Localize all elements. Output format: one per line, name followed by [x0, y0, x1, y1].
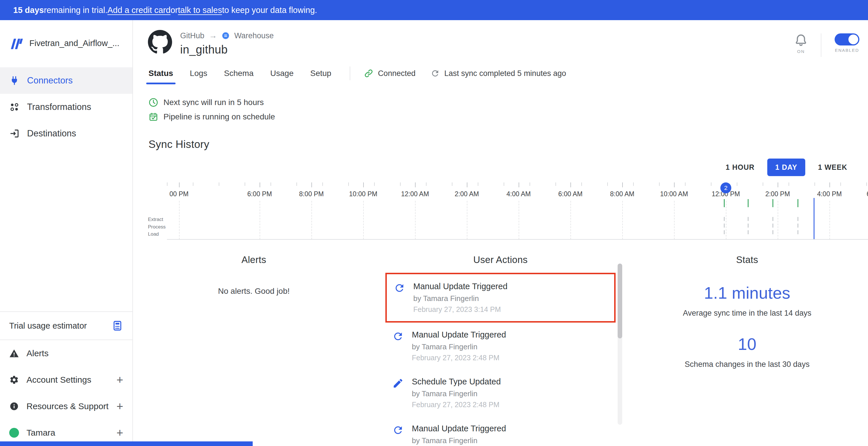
bell-state-label: ON [797, 49, 805, 54]
toggle-knob [848, 35, 858, 44]
bottom-accent-bar [0, 441, 253, 446]
tab-setup[interactable]: Setup [310, 62, 331, 84]
sidebar-item-resources-support[interactable]: Resources & Support + [0, 393, 132, 419]
user-action-item: Schedule Type Updated by Tamara Fingerli… [385, 370, 616, 416]
next-sync-message: Next sync will run in 5 hours [149, 98, 868, 107]
tab-schema[interactable]: Schema [224, 62, 253, 84]
scrollbar-thumb[interactable] [618, 263, 622, 339]
stat-avg-sync-time-caption: Average sync time in the last 14 days [626, 309, 868, 318]
timeline-tick [363, 183, 364, 187]
range-1-hour-button[interactable]: 1 HOUR [717, 159, 763, 176]
connector-title: in_github [180, 43, 274, 56]
timeline-gridline [622, 201, 623, 240]
sidebar-item-destinations[interactable]: Destinations [0, 120, 132, 147]
expand-plus-icon[interactable]: + [117, 401, 123, 412]
timeline-tick-label: 2:00 AM [455, 190, 479, 198]
timeline-tick-label: 00 PM [169, 190, 188, 198]
timeline-tick-label: 8:00 PM [299, 190, 324, 198]
user-action-item: Manual Update Triggered by Tamara Finger… [385, 323, 616, 370]
calculator-icon [112, 320, 123, 331]
timeline-gridline [179, 201, 180, 240]
account-switcher[interactable]: Fivetran_and_Airflow_... [0, 20, 132, 67]
timeline-tick-label: 6:00 PM [247, 190, 272, 198]
range-1-day-button[interactable]: 1 DAY [767, 159, 805, 176]
alerts-column: Alerts No alerts. Good job! [133, 254, 375, 446]
breadcrumb: GitHub → Warehouse [180, 31, 274, 40]
trial-banner: 15 days remaining in trial. Add a credit… [0, 0, 868, 20]
trial-usage-estimator-label: Trial usage estimator [9, 321, 87, 330]
tabs-row: Status Logs Schema Usage Setup Connected… [133, 62, 868, 84]
user-action-item-highlighted: Manual Update Triggered by Tamara Finger… [385, 273, 616, 323]
main-content: GitHub → Warehouse in_github Status Logs… [133, 20, 868, 446]
breadcrumb-source[interactable]: GitHub [180, 31, 204, 40]
timeline-gridline [830, 201, 830, 240]
timeline-gridline [726, 201, 726, 240]
tab-status[interactable]: Status [149, 62, 173, 84]
trial-usage-estimator-button[interactable]: Trial usage estimator [0, 311, 132, 340]
header-right-controls: ON ENABLED [794, 33, 859, 57]
alerts-column-title: Alerts [133, 254, 375, 265]
timeline-tick [622, 183, 623, 187]
refresh-icon [392, 330, 404, 342]
tab-usage[interactable]: Usage [270, 62, 293, 84]
clock-icon [149, 98, 158, 107]
user-action-date: February 27, 2023 2:48 PM [412, 354, 506, 362]
timeline-gridline [467, 201, 467, 240]
sync-cluster-badge[interactable]: 2 [720, 183, 731, 193]
last-sync-status: Last sync completed 5 minutes ago [431, 69, 566, 78]
sidebar-item-alerts[interactable]: Alerts [0, 340, 132, 367]
github-logo-icon [148, 30, 172, 56]
notifications-control[interactable]: ON [794, 33, 808, 54]
timeline-tick [259, 183, 260, 187]
sidebar-item-transformations[interactable]: Transformations [0, 94, 132, 120]
edit-pencil-icon [392, 378, 404, 389]
tab-logs[interactable]: Logs [190, 62, 208, 84]
enable-toggle-block: ENABLED [835, 33, 859, 53]
stat-schema-changes-caption: Schema changes in the last 30 days [626, 360, 868, 369]
timeline-tick [311, 183, 312, 187]
timeline-row-load: Load [148, 230, 165, 238]
sidebar-item-connectors[interactable]: Connectors [0, 67, 132, 94]
transformations-dots-icon [9, 102, 20, 112]
timeline-gridline [415, 201, 415, 240]
timeline-tick-label: 4:00 AM [506, 190, 531, 198]
app-shell: Fivetran_and_Airflow_... Connectors Tran… [0, 20, 868, 446]
timeline-tick [830, 183, 830, 187]
timeline-tick [519, 183, 519, 187]
breadcrumb-destination[interactable]: Warehouse [234, 31, 274, 40]
toggle-state-label: ENABLED [835, 48, 859, 53]
user-actions-column: User Actions Manual Update Triggered by … [375, 254, 626, 446]
sidebar-bottom: Trial usage estimator Alerts [0, 311, 132, 446]
destinations-import-icon [9, 128, 20, 139]
connection-status-label: Connected [378, 69, 415, 78]
stat-schema-changes: 10 [626, 334, 868, 354]
sidebar-item-label: Alerts [27, 348, 49, 358]
expand-plus-icon[interactable]: + [117, 427, 123, 439]
user-action-author: by Tamara Fingerlin [412, 342, 506, 351]
range-1-week-button[interactable]: 1 WEEK [810, 159, 855, 176]
sync-history-title: Sync History [149, 138, 868, 151]
talk-to-sales-link[interactable]: talk to sales [178, 5, 222, 15]
connection-status: Connected [364, 69, 415, 78]
current-time-marker [814, 198, 814, 240]
connectors-plug-icon [9, 75, 20, 86]
timeline-tick [415, 183, 415, 187]
stats-column-title: Stats [626, 254, 868, 265]
expand-plus-icon[interactable]: + [117, 374, 123, 386]
user-action-date: February 27, 2023 3:14 PM [413, 305, 507, 314]
enabled-toggle[interactable] [835, 33, 859, 45]
timeline-gridline [570, 201, 571, 240]
timeline-tick [467, 183, 467, 187]
next-sync-text: Next sync will run in 5 hours [163, 98, 264, 107]
timeline-tick-label: 2:00 PM [765, 190, 790, 198]
user-action-title: Manual Update Triggered [412, 330, 506, 340]
status-messages: Next sync will run in 5 hours Pipeline i… [149, 98, 868, 122]
user-actions-scrollbar[interactable] [618, 263, 622, 425]
add-credit-card-link[interactable]: Add a credit card [107, 5, 170, 15]
sidebar-item-account-settings[interactable]: Account Settings + [0, 367, 132, 393]
time-range-selector: 1 HOUR 1 DAY 1 WEEK [133, 159, 855, 176]
user-actions-list: Manual Update Triggered by Tamara Finger… [385, 273, 616, 446]
timeline-row-process: Process [148, 223, 165, 231]
refresh-icon [392, 424, 404, 436]
user-name-label: Tamara [27, 428, 55, 438]
